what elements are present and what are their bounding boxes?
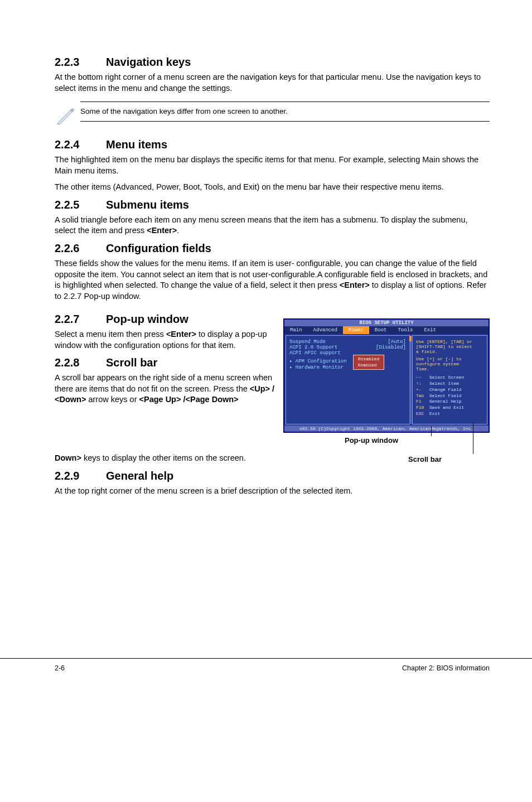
page-content: 2.2.3Navigation keys At the bottom right…	[0, 0, 532, 524]
note-content: Some of the navigation keys differ from …	[80, 102, 490, 122]
key-enter: <Enter>	[340, 281, 370, 289]
heading-text: Submenu items	[106, 199, 189, 211]
right-column: BIOS SETUP UTILITY Main Advanced Power B…	[283, 307, 490, 472]
bios-menu-main: Main	[284, 326, 308, 334]
divider	[80, 121, 490, 122]
bios-row: ▸ Hardware Monitor	[289, 364, 406, 370]
paragraph: At the bottom right corner of a menu scr…	[55, 72, 490, 94]
paragraph: The highlighted item on the menu bar dis…	[55, 154, 490, 176]
heading-number: 2.2.4	[55, 138, 106, 151]
bios-key-desc: Select Field	[429, 393, 462, 398]
bios-row: Suspend Mode[Auto]	[289, 339, 406, 345]
bios-label: Suspend Mode	[289, 339, 326, 345]
callout-scroll-label: Scroll bar	[408, 455, 442, 463]
bios-body: Suspend Mode[Auto] ACPI 2.0 Support[Disa…	[284, 334, 489, 426]
bios-key-desc: General Help	[429, 399, 462, 404]
bios-label: ACPI APIC support	[289, 350, 341, 356]
bios-footer: v02.58 (C)Copyright 1985-2009, American,…	[284, 426, 489, 432]
paragraph: A scroll bar appears on the right side o…	[55, 373, 275, 405]
heading-2-2-8: 2.2.8Scroll bar	[55, 356, 275, 369]
bios-scrollbar	[409, 336, 412, 424]
heading-number: 2.2.3	[55, 56, 106, 69]
heading-text: Menu items	[106, 138, 167, 151]
bios-key: Tab	[416, 393, 429, 399]
bios-key-help: ←→Select Screen ↑↓Select Item +-Change F…	[416, 375, 483, 417]
bios-key: +-	[416, 387, 429, 393]
bios-menu-power: Power	[343, 326, 369, 334]
bios-help-line: Use [+] or [-] to	[416, 356, 483, 361]
bios-menu-advanced: Advanced	[308, 326, 343, 334]
bios-row: ▸ APM Configuration	[289, 358, 406, 364]
heading-number: 2.2.8	[55, 356, 106, 369]
heading-number: 2.2.6	[55, 242, 106, 255]
text: A solid triangle before each item on any…	[55, 215, 467, 235]
bios-screenshot: BIOS SETUP UTILITY Main Advanced Power B…	[283, 318, 490, 433]
bios-row: ACPI 2.0 Support[Disabled]	[289, 345, 406, 350]
bios-help-line: a field.	[416, 349, 483, 354]
callout-popup-label: Pop-up window	[345, 436, 398, 445]
text: arrow keys or	[86, 395, 139, 404]
text: Down>	[55, 453, 81, 462]
divider	[80, 102, 490, 102]
pen-icon	[55, 102, 80, 128]
bios-menu-exit: Exit	[418, 326, 442, 334]
key-enter: <Enter>	[147, 226, 177, 235]
bios-key-desc: Save and Exit	[429, 405, 464, 410]
heading-number: 2.2.5	[55, 199, 106, 211]
bios-value: [Disabled]	[376, 345, 406, 350]
heading-2-2-4: 2.2.4Menu items	[55, 138, 490, 151]
chapter-label: Chapter 2: BIOS information	[402, 664, 490, 672]
text: A scroll bar appears on the right side o…	[55, 373, 272, 393]
bios-help-pane: Use [ENTER], [TAB] or [SHIFT-TAB] to sel…	[412, 335, 487, 424]
heading-2-2-6: 2.2.6Configuration fields	[55, 242, 490, 255]
bios-value: [Auto]	[388, 339, 406, 345]
paragraph: At the top right corner of the menu scre…	[55, 486, 490, 497]
note-text: Some of the navigation keys differ from …	[80, 107, 490, 117]
bios-row: ACPI APIC support	[289, 350, 406, 356]
bios-help-line: [SHIFT-TAB] to select	[416, 344, 483, 349]
figure-callouts: Pop-up window Scroll bar	[283, 433, 490, 472]
bios-key: ←→	[416, 375, 429, 381]
text: .	[177, 226, 179, 235]
bios-label: ACPI 2.0 Support	[289, 345, 337, 350]
bios-popup-option: Disabled	[358, 356, 379, 362]
bios-popup-option: Enabled	[358, 363, 379, 368]
bios-key-desc: Exit	[429, 411, 440, 416]
text: keys to display the other items on the s…	[81, 453, 246, 462]
paragraph: The other items (Advanced, Power, Boot, …	[55, 182, 490, 193]
bios-help-line: Use [ENTER], [TAB] or	[416, 339, 483, 344]
two-column-section: 2.2.7Pop-up window Select a menu item th…	[55, 307, 490, 472]
note-block: Some of the navigation keys differ from …	[55, 102, 490, 128]
heading-text: Configuration fields	[106, 242, 211, 254]
bios-key: ↑↓	[416, 381, 429, 387]
heading-text: Scroll bar	[106, 356, 157, 369]
callout-line	[431, 426, 432, 436]
bios-key-desc: Select Item	[429, 381, 459, 386]
heading-2-2-5: 2.2.5Submenu items	[55, 199, 490, 211]
heading-text: Pop-up window	[106, 313, 188, 325]
bios-help-line: Time.	[416, 366, 483, 371]
key-enter: <Enter>	[166, 330, 196, 339]
heading-2-2-3: 2.2.3Navigation keys	[55, 56, 490, 69]
bios-key: F1	[416, 399, 429, 405]
heading-text: General help	[106, 470, 173, 482]
bios-scroll-thumb	[409, 336, 412, 341]
page-footer: 2-6 Chapter 2: BIOS information	[0, 658, 532, 685]
bios-popup: Disabled Enabled	[353, 355, 384, 370]
heading-text: Navigation keys	[106, 56, 191, 68]
bios-titlebar: BIOS SETUP UTILITY	[284, 320, 489, 326]
bios-submenu: ▸ Hardware Monitor	[289, 364, 344, 370]
left-column: 2.2.7Pop-up window Select a menu item th…	[55, 307, 275, 411]
paragraph: These fields show the values for the men…	[55, 258, 490, 302]
bios-key-desc: Select Screen	[429, 375, 464, 380]
bios-menubar: Main Advanced Power Boot Tools Exit	[284, 326, 489, 334]
bios-main-pane: Suspend Mode[Auto] ACPI 2.0 Support[Disa…	[286, 335, 410, 424]
bios-menu-boot: Boot	[369, 326, 393, 334]
paragraph: A solid triangle before each item on any…	[55, 215, 490, 236]
paragraph: Select a menu item then press <Enter> to…	[55, 329, 275, 351]
heading-2-2-7: 2.2.7Pop-up window	[55, 313, 275, 326]
bios-submenu: ▸ APM Configuration	[289, 358, 347, 364]
bios-key-desc: Change Field	[429, 387, 462, 392]
bios-menu-tools: Tools	[392, 326, 418, 334]
bios-help-line: configure system	[416, 361, 483, 366]
